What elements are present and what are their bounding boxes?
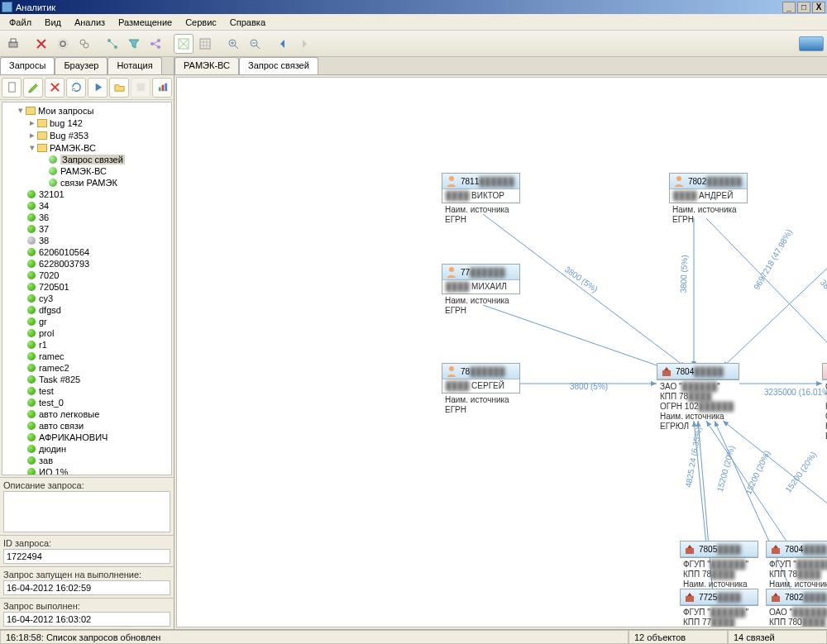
status-icon bbox=[27, 352, 36, 360]
status-icon bbox=[27, 433, 36, 441]
tree-item[interactable]: 38 bbox=[39, 236, 49, 246]
tree-item[interactable]: авто связи bbox=[39, 421, 84, 431]
tree-item[interactable]: r1 bbox=[39, 340, 47, 350]
tree-item[interactable]: ИО 1% bbox=[39, 467, 68, 475]
folder-button[interactable] bbox=[109, 78, 129, 98]
person-node[interactable]: 77██████████ МИХАИЛНаим. источника ЕГРН bbox=[442, 264, 520, 317]
tree-folder[interactable]: РАМЭК-ВС bbox=[50, 143, 96, 153]
tree-item[interactable]: авто легковые bbox=[39, 409, 99, 419]
gear-button[interactable] bbox=[53, 34, 73, 54]
tree-root[interactable]: Мои запросы bbox=[38, 106, 93, 116]
org-node[interactable]: 7725████ФГУП "██████"КПП 77████ОГРН 102█… bbox=[680, 589, 758, 627]
svg-line-23 bbox=[723, 218, 827, 367]
tab-notation[interactable]: Нотация bbox=[108, 57, 161, 74]
tree-item[interactable]: 6206010564 bbox=[39, 247, 89, 257]
tree-item[interactable]: АФРИКАНОВИЧ bbox=[39, 432, 108, 442]
tree-item[interactable]: 34 bbox=[39, 201, 49, 211]
menu-layout[interactable]: Размещение bbox=[112, 16, 179, 29]
status-icon bbox=[27, 375, 36, 384]
tree-folder[interactable]: bug 142 bbox=[50, 118, 83, 128]
tree-item[interactable]: 7020 bbox=[39, 270, 59, 280]
svg-line-22 bbox=[706, 218, 827, 367]
link-label: 15200 (20%) bbox=[783, 450, 818, 494]
print-button[interactable] bbox=[3, 34, 23, 54]
node-icon bbox=[49, 179, 57, 187]
tree-item[interactable]: 6228003793 bbox=[39, 259, 89, 269]
query-tree[interactable]: ▾Мои запросы ▸bug 142 ▸Bug #353 ▾РАМЭК-В… bbox=[2, 102, 172, 475]
tab-browser[interactable]: Браузер bbox=[55, 57, 108, 74]
tree-item[interactable]: дюдин bbox=[39, 444, 66, 454]
disabled1-button[interactable] bbox=[131, 78, 151, 98]
remove-button[interactable] bbox=[45, 78, 65, 98]
tree-folder[interactable]: Bug #353 bbox=[50, 131, 88, 141]
tree-item[interactable]: test bbox=[39, 386, 54, 396]
menu-help[interactable]: Справка bbox=[223, 16, 272, 29]
tree-item[interactable]: dfgsd bbox=[39, 305, 61, 315]
folder-icon bbox=[37, 131, 47, 140]
network-button[interactable] bbox=[146, 34, 165, 54]
grid-button[interactable] bbox=[195, 34, 215, 54]
tree-item[interactable]: зав bbox=[39, 456, 53, 465]
tree-item[interactable]: 720501 bbox=[39, 282, 69, 292]
menu-analysis[interactable]: Анализ bbox=[68, 16, 112, 29]
tab-queries[interactable]: Запросы bbox=[0, 57, 55, 74]
close-button[interactable]: X bbox=[812, 2, 825, 13]
tree-item-selected[interactable]: Запрос связей bbox=[60, 155, 125, 165]
left-tabstrip: Запросы Браузер Нотация bbox=[0, 57, 174, 75]
status-icon bbox=[27, 306, 36, 314]
desc-label: Описание запроса: bbox=[3, 480, 170, 490]
started-field[interactable]: 16-04-2012 16:02:59 bbox=[3, 580, 170, 595]
delete-button[interactable] bbox=[31, 34, 51, 54]
status-bar: 16:18:58: Список запросов обновлен 12 об… bbox=[0, 629, 827, 644]
tree-item[interactable]: test_0 bbox=[39, 398, 64, 408]
app-icon bbox=[2, 2, 12, 12]
nav-back-button[interactable] bbox=[273, 34, 293, 54]
id-field[interactable]: 1722494 bbox=[3, 549, 170, 564]
new-button[interactable] bbox=[2, 78, 22, 98]
edit-button[interactable] bbox=[23, 78, 43, 98]
canvas-tab-1[interactable]: РАМЭК-ВС bbox=[174, 57, 239, 74]
org-node[interactable]: 7804█████ООО"████████████"КПП 7802████ОГ… bbox=[822, 363, 827, 443]
org-node-center[interactable]: 7804█████ЗАО "██████"КПП 78████ОГРН 102█… bbox=[657, 363, 739, 433]
org-node[interactable]: 7802████ОАО "██████"КПП 780████ОГРН 102█… bbox=[766, 589, 827, 627]
graph-canvas[interactable]: 7811██████████ ВИКТОРНаим. источника ЕГР… bbox=[176, 77, 827, 627]
svg-rect-15 bbox=[8, 83, 15, 92]
tree-item[interactable]: 37 bbox=[39, 224, 49, 234]
link-label: 3800 (5%) bbox=[563, 265, 600, 293]
link1-button[interactable] bbox=[103, 34, 122, 54]
filter-button[interactable] bbox=[124, 34, 144, 54]
menu-view[interactable]: Вид bbox=[38, 16, 68, 29]
node-icon bbox=[49, 155, 57, 164]
chart-button[interactable] bbox=[152, 78, 172, 98]
tree-item[interactable]: ramec bbox=[39, 351, 65, 361]
tree-item[interactable]: ramec2 bbox=[39, 363, 69, 373]
tree-item[interactable]: 32101 bbox=[39, 189, 65, 199]
zoom-in-button[interactable] bbox=[223, 34, 243, 54]
maximize-button[interactable]: □ bbox=[797, 2, 810, 13]
run-button[interactable] bbox=[88, 78, 108, 98]
person-node[interactable]: 78██████████ СЕРГЕЙНаим. источника ЕГРН bbox=[442, 363, 520, 417]
tree-item[interactable]: prol bbox=[39, 328, 54, 338]
menubar: Файл Вид Анализ Размещение Сервис Справк… bbox=[0, 14, 827, 31]
refresh-button[interactable] bbox=[66, 78, 86, 98]
tree-item[interactable]: cy3 bbox=[39, 293, 53, 303]
zoom-out-button[interactable] bbox=[245, 34, 265, 54]
tree-item[interactable]: РАМЭК-ВС bbox=[60, 166, 107, 176]
person-node[interactable]: 7811██████████ ВИКТОРНаим. источника ЕГР… bbox=[442, 173, 520, 227]
tree-item[interactable]: Task #825 bbox=[39, 374, 80, 384]
net2-button[interactable] bbox=[174, 34, 194, 54]
gear2-button[interactable] bbox=[74, 34, 94, 54]
minimize-button[interactable]: _ bbox=[782, 2, 796, 13]
menu-service[interactable]: Сервис bbox=[179, 16, 223, 29]
desc-field[interactable] bbox=[3, 491, 170, 532]
menu-file[interactable]: Файл bbox=[2, 16, 38, 29]
tree-item[interactable]: 36 bbox=[39, 212, 49, 222]
tree-item[interactable]: gr bbox=[39, 317, 47, 327]
done-field[interactable]: 16-04-2012 16:03:02 bbox=[3, 612, 170, 627]
svg-rect-40 bbox=[686, 548, 694, 554]
nav-fwd-button[interactable] bbox=[294, 34, 314, 54]
tree-item[interactable]: связи РАМЭК bbox=[60, 178, 117, 188]
canvas-tab-2[interactable]: Запрос связей bbox=[239, 57, 318, 74]
node-icon bbox=[49, 167, 57, 175]
person-node[interactable]: 7802██████████ АНДРЕЙНаим. источника ЕГР… bbox=[669, 173, 748, 227]
